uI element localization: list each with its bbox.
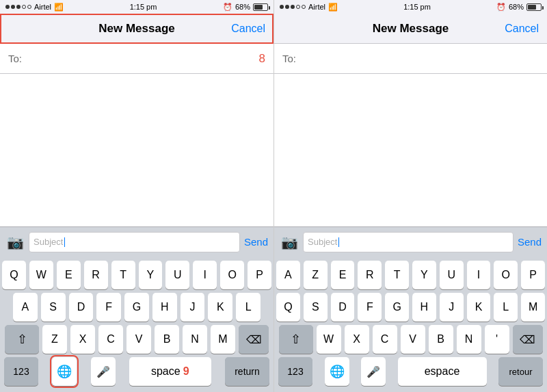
key-N[interactable]: N: [183, 325, 207, 354]
nav-bar-right: New Message Cancel: [274, 14, 547, 44]
cursor-left: [64, 237, 65, 247]
key-U[interactable]: U: [165, 261, 189, 289]
send-button-right[interactable]: Send: [518, 236, 542, 248]
key-rJ[interactable]: J: [440, 293, 464, 322]
nav-bar-left: New Message Cancel: [0, 14, 274, 44]
key-rO[interactable]: O: [494, 261, 518, 289]
mic-key-right[interactable]: 🎤: [361, 357, 386, 386]
space-key-right[interactable]: espace: [398, 357, 487, 386]
to-field-left[interactable]: To: 8: [0, 44, 274, 74]
subject-input-left[interactable]: Subject: [29, 232, 240, 252]
shift-key-right[interactable]: ⇧: [279, 325, 313, 354]
key-P[interactable]: P: [248, 261, 271, 289]
key-rB[interactable]: B: [429, 325, 453, 354]
key-rP[interactable]: P: [521, 261, 545, 289]
time-display-right: 1:15 pm: [403, 3, 431, 11]
key-rL[interactable]: L: [494, 293, 518, 322]
key-rY[interactable]: Y: [412, 261, 436, 289]
battery-fill-right: [528, 5, 536, 10]
dot-2: [11, 5, 15, 9]
key-E[interactable]: E: [57, 261, 81, 289]
delete-key-left[interactable]: ⌫: [239, 325, 269, 354]
key-rX[interactable]: X: [345, 325, 369, 354]
key-H[interactable]: H: [152, 293, 177, 322]
space-key-left[interactable]: space 9: [129, 357, 211, 386]
key-A[interactable]: A: [13, 293, 38, 322]
space-badge: 9: [183, 365, 189, 378]
key-rG[interactable]: G: [385, 293, 409, 322]
battery-icon-right: [526, 3, 542, 11]
shift-key-left[interactable]: ⇧: [5, 325, 39, 354]
cancel-button-right[interactable]: Cancel: [505, 23, 539, 35]
key-rH[interactable]: H: [412, 293, 436, 322]
globe-key-left[interactable]: 🌐: [52, 357, 77, 386]
cursor-right: [338, 237, 339, 247]
keyboard-left: Q W E R T Y U I O P A S D F G H J K L ⇧ …: [0, 257, 274, 392]
mic-key-left[interactable]: 🎤: [91, 357, 116, 386]
delete-key-right[interactable]: ⌫: [513, 325, 543, 354]
battery-fill: [254, 5, 263, 10]
key-K[interactable]: K: [208, 293, 232, 322]
key-rQ[interactable]: Q: [276, 293, 300, 322]
key-rT[interactable]: T: [385, 261, 409, 289]
camera-icon-left[interactable]: 📷: [5, 233, 25, 252]
key-rA[interactable]: A: [276, 261, 300, 289]
key-C[interactable]: C: [98, 325, 123, 354]
key-rR[interactable]: R: [358, 261, 382, 289]
to-field-right[interactable]: To:: [274, 44, 547, 74]
key-rS[interactable]: S: [304, 293, 328, 322]
key-rW[interactable]: W: [317, 325, 341, 354]
key-O[interactable]: O: [220, 261, 244, 289]
key-row-3-right: ⇧ W X C V B N ' ⌫: [276, 325, 545, 354]
key-row-1-left: Q W E R T Y U I O P: [2, 261, 271, 289]
return-key-left[interactable]: return: [225, 357, 269, 386]
right-phone-panel: Airtel 📶 1:15 pm ⏰ 68% New Message Cance…: [274, 0, 547, 392]
key-D[interactable]: D: [69, 293, 94, 322]
status-right-right: ⏰ 68%: [496, 3, 542, 12]
carrier-name-right: Airtel: [308, 3, 325, 11]
key-Q[interactable]: Q: [2, 261, 26, 289]
return-key-right[interactable]: retour: [498, 357, 543, 386]
message-body-right[interactable]: [274, 74, 547, 226]
key-V[interactable]: V: [126, 325, 151, 354]
key-rK[interactable]: K: [467, 293, 491, 322]
key-S[interactable]: S: [41, 293, 66, 322]
key-M[interactable]: M: [211, 325, 235, 354]
send-button-left[interactable]: Send: [244, 236, 268, 248]
key-G[interactable]: G: [124, 293, 149, 322]
key-F[interactable]: F: [96, 293, 121, 322]
to-label-left: To:: [8, 53, 22, 64]
key-rV[interactable]: V: [401, 325, 425, 354]
key-I[interactable]: I: [193, 261, 217, 289]
key-Z[interactable]: Z: [42, 325, 67, 354]
key-row-2-right: Q S D F G H J K L M: [276, 293, 545, 322]
key-W[interactable]: W: [29, 261, 53, 289]
key-rF[interactable]: F: [358, 293, 382, 322]
key-R[interactable]: R: [84, 261, 108, 289]
wifi-icon: 📶: [54, 3, 64, 12]
key-X[interactable]: X: [70, 325, 95, 354]
num-key-right[interactable]: 123: [278, 357, 312, 386]
key-J[interactable]: J: [181, 293, 205, 322]
key-rM[interactable]: M: [521, 293, 545, 322]
num-key-left[interactable]: 123: [4, 357, 38, 386]
subject-placeholder-right: Subject: [308, 237, 337, 247]
key-Y[interactable]: Y: [139, 261, 163, 289]
key-rD[interactable]: D: [331, 293, 355, 322]
key-rC[interactable]: C: [373, 325, 397, 354]
key-apostrophe[interactable]: ': [485, 325, 509, 354]
dot-r3: [291, 5, 295, 9]
key-rN[interactable]: N: [457, 325, 481, 354]
key-rU[interactable]: U: [440, 261, 464, 289]
message-body-left[interactable]: [0, 74, 274, 226]
subject-input-right[interactable]: Subject: [303, 232, 513, 252]
key-T[interactable]: T: [111, 261, 135, 289]
key-rI[interactable]: I: [467, 261, 491, 289]
globe-key-right[interactable]: 🌐: [325, 357, 349, 386]
key-L[interactable]: L: [236, 293, 261, 322]
cancel-button-left[interactable]: Cancel: [231, 23, 265, 35]
key-B[interactable]: B: [155, 325, 179, 354]
key-rE[interactable]: E: [331, 261, 355, 289]
key-rZ[interactable]: Z: [304, 261, 328, 289]
camera-icon-right[interactable]: 📷: [280, 233, 299, 252]
